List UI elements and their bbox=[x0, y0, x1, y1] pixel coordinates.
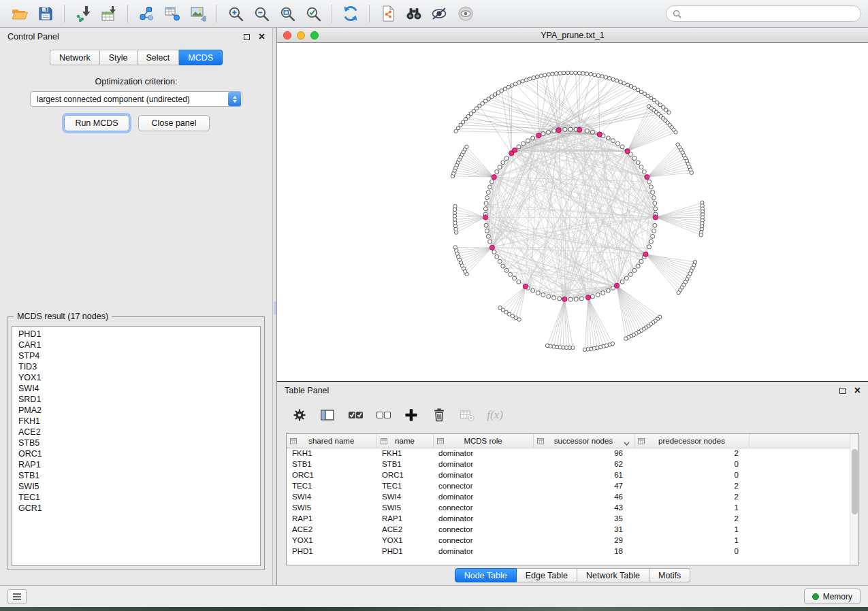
close-panel-icon[interactable]: × bbox=[854, 385, 861, 396]
table-row[interactable]: ORC1ORC1dominator610 bbox=[287, 469, 850, 480]
mcds-result-item[interactable]: ORC1 bbox=[12, 448, 260, 459]
column-header-name[interactable]: name bbox=[376, 434, 433, 448]
show-column-panel-button[interactable] bbox=[319, 407, 336, 423]
mcds-result-item[interactable]: TID3 bbox=[12, 361, 260, 372]
zoom-fit-button[interactable] bbox=[276, 3, 298, 24]
import-table-file-button[interactable] bbox=[98, 3, 120, 24]
import-network-file-button[interactable] bbox=[72, 3, 94, 24]
optimization-criterion-label: Optimization criterion: bbox=[0, 77, 272, 86]
table-panel-header: Table Panel × bbox=[277, 382, 868, 399]
minimize-window-icon[interactable] bbox=[297, 31, 305, 39]
unchecked-boxes-icon bbox=[376, 408, 391, 422]
function-builder-button[interactable]: f(x) bbox=[487, 407, 503, 423]
float-panel-icon[interactable] bbox=[839, 388, 846, 394]
save-session-button[interactable] bbox=[35, 3, 57, 24]
optimization-criterion-select[interactable]: largest connected component (undirected) bbox=[30, 91, 242, 107]
float-panel-icon[interactable] bbox=[244, 34, 250, 40]
export-image-button[interactable] bbox=[187, 3, 209, 24]
mcds-result-item[interactable]: FKH1 bbox=[12, 416, 260, 427]
deselect-all-button[interactable] bbox=[375, 407, 391, 423]
mcds-result-item[interactable]: GCR1 bbox=[12, 503, 260, 514]
table-row[interactable]: RAP1RAP1dominator352 bbox=[287, 513, 850, 524]
panel-splitter[interactable] bbox=[272, 28, 277, 585]
table-tab-motifs[interactable]: Motifs bbox=[649, 568, 690, 582]
table-row[interactable]: TEC1TEC1connector472 bbox=[287, 480, 850, 491]
table-row[interactable]: PHD1PHD1dominator180 bbox=[287, 546, 850, 557]
table-row[interactable]: SWI4SWI4dominator462 bbox=[287, 491, 850, 502]
memory-button[interactable]: Memory bbox=[804, 589, 861, 604]
network-canvas[interactable] bbox=[277, 43, 868, 381]
table-row[interactable]: ACE2ACE2connector311 bbox=[287, 524, 850, 535]
zoom-out-button[interactable] bbox=[251, 3, 272, 24]
table-glyph-icon bbox=[537, 437, 544, 446]
mcds-result-item[interactable]: SRD1 bbox=[12, 394, 260, 405]
mcds-result-item[interactable]: YOX1 bbox=[12, 372, 260, 383]
mcds-result-item[interactable]: STB1 bbox=[12, 470, 260, 481]
delete-table-icon bbox=[460, 408, 475, 422]
search-field[interactable] bbox=[666, 5, 861, 22]
select-all-button[interactable] bbox=[347, 407, 364, 423]
import-table-icon bbox=[100, 5, 118, 22]
toolbar-separator bbox=[216, 5, 217, 22]
search-input[interactable] bbox=[686, 9, 854, 18]
toolbar-separator bbox=[127, 5, 128, 22]
table-tab-network-table[interactable]: Network Table bbox=[577, 568, 649, 582]
table-tab-node-table[interactable]: Node Table bbox=[455, 568, 517, 582]
zoom-selected-icon bbox=[305, 5, 322, 22]
first-neighbors-button[interactable] bbox=[429, 3, 451, 24]
mcds-result-item[interactable]: CAR1 bbox=[12, 340, 260, 350]
open-session-button[interactable] bbox=[9, 3, 31, 24]
control-tab-select[interactable]: Select bbox=[138, 50, 180, 65]
scrollbar-thumb[interactable] bbox=[852, 449, 858, 514]
refresh-view-button[interactable] bbox=[340, 3, 361, 24]
table-tab-edge-table[interactable]: Edge Table bbox=[517, 568, 577, 582]
show-hide-details-button[interactable] bbox=[455, 3, 477, 24]
mcds-result-item[interactable]: SWI5 bbox=[12, 481, 260, 492]
delete-column-button[interactable] bbox=[431, 407, 447, 423]
control-tab-mcds[interactable]: MCDS bbox=[179, 50, 223, 65]
close-panel-icon[interactable]: × bbox=[259, 31, 265, 42]
export-network-button[interactable] bbox=[135, 3, 157, 24]
network-window-title: YPA_prune.txt_1 bbox=[277, 31, 868, 40]
close-panel-button[interactable]: Close panel bbox=[138, 115, 210, 131]
mcds-result-item[interactable]: RAP1 bbox=[12, 459, 260, 470]
run-mcds-button[interactable]: Run MCDS bbox=[64, 115, 129, 131]
zoom-in-button[interactable] bbox=[225, 3, 246, 24]
mcds-result-item[interactable]: PHD1 bbox=[12, 329, 260, 340]
mcds-result-item[interactable]: SWI4 bbox=[12, 383, 260, 394]
delete-table-button[interactable] bbox=[459, 407, 475, 423]
column-header-shared-name[interactable]: shared name bbox=[287, 434, 376, 448]
column-header-predecessor-nodes[interactable]: predecessor nodes bbox=[634, 434, 750, 448]
gear-icon bbox=[292, 408, 307, 423]
maximize-window-icon[interactable] bbox=[310, 31, 319, 39]
zoom-selected-button[interactable] bbox=[302, 3, 324, 24]
table-row[interactable]: SWI5SWI5connector431 bbox=[287, 502, 850, 513]
control-panel-title: Control Panel bbox=[7, 32, 59, 42]
table-settings-button[interactable] bbox=[291, 407, 308, 423]
splitter-handle-icon[interactable] bbox=[274, 301, 276, 315]
import-public-network-button[interactable] bbox=[377, 3, 399, 24]
search-network-button[interactable] bbox=[403, 3, 425, 24]
network-view[interactable] bbox=[277, 43, 868, 381]
table-row[interactable]: YOX1YOX1connector291 bbox=[287, 535, 850, 546]
add-column-button[interactable] bbox=[403, 407, 419, 423]
table-row[interactable]: FKH1FKH1dominator962 bbox=[287, 448, 850, 459]
mcds-result-item[interactable]: STB5 bbox=[12, 437, 260, 448]
network-window-titlebar[interactable]: YPA_prune.txt_1 bbox=[277, 28, 868, 43]
table-row[interactable]: STB1STB1dominator620 bbox=[287, 459, 850, 469]
column-header-successor-nodes[interactable]: successor nodes bbox=[533, 434, 634, 448]
mcds-result-list[interactable]: PHD1CAR1STP4TID3YOX1SWI4SRD1PMA2FKH1ACE2… bbox=[12, 326, 261, 566]
node-table-container: shared namenameMCDS rolesuccessor nodesp… bbox=[286, 433, 859, 565]
mcds-result-item[interactable]: STP4 bbox=[12, 350, 260, 361]
mcds-result-item[interactable]: ACE2 bbox=[12, 427, 260, 437]
control-tab-network[interactable]: Network bbox=[50, 50, 100, 65]
mcds-result-item[interactable]: PMA2 bbox=[12, 405, 260, 416]
control-tab-style[interactable]: Style bbox=[100, 50, 138, 65]
column-header-mcds-role[interactable]: MCDS role bbox=[433, 434, 533, 448]
mcds-result-item[interactable]: TEC1 bbox=[12, 492, 260, 503]
status-menu-button[interactable] bbox=[7, 589, 27, 604]
vertical-scrollbar[interactable] bbox=[850, 434, 858, 565]
plus-icon bbox=[404, 408, 418, 422]
export-table-button[interactable] bbox=[161, 3, 183, 24]
close-window-icon[interactable] bbox=[283, 31, 291, 39]
